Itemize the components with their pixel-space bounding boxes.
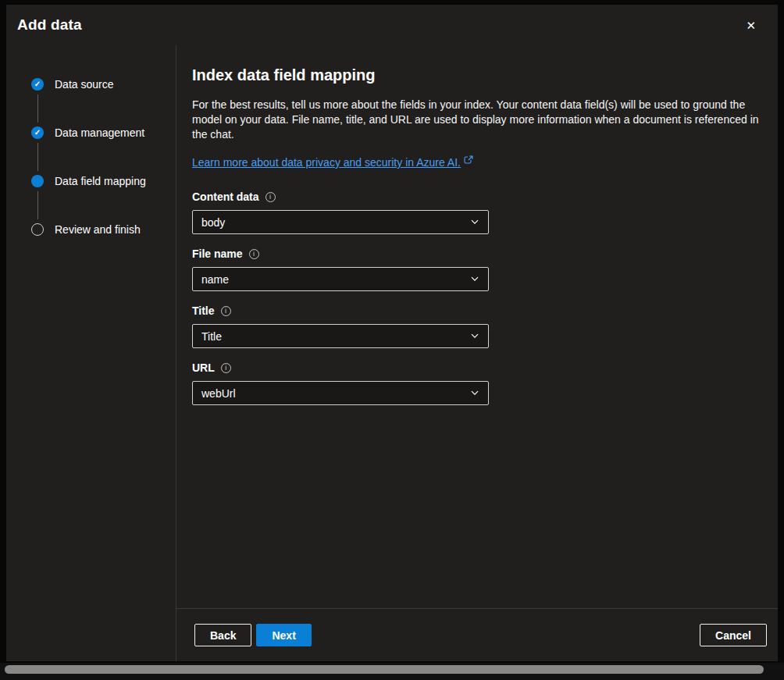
field-label: Content data bbox=[192, 190, 259, 203]
dialog-body: ✓ Data source ✓ Data management Data fie… bbox=[6, 45, 778, 661]
field-label-row: URL i bbox=[192, 361, 767, 374]
title-dropdown[interactable]: Title bbox=[192, 324, 489, 348]
horizontal-scrollbar-track[interactable] bbox=[0, 663, 784, 680]
field-file-name: File name i name bbox=[192, 247, 767, 291]
description-text: For the best results, tell us more about… bbox=[192, 98, 767, 142]
step-review-and-finish[interactable]: Review and finish bbox=[31, 205, 176, 254]
chevron-down-icon bbox=[470, 272, 479, 287]
dialog-title: Add data bbox=[17, 16, 82, 34]
privacy-link-text: Learn more about data privacy and securi… bbox=[192, 156, 461, 169]
dropdown-value: Title bbox=[201, 330, 222, 343]
step-upcoming-icon bbox=[31, 223, 44, 236]
field-label: File name bbox=[192, 247, 243, 260]
cancel-button[interactable]: Cancel bbox=[700, 624, 767, 646]
info-icon[interactable]: i bbox=[221, 306, 231, 316]
step-label: Data source bbox=[55, 78, 113, 91]
step-data-management[interactable]: ✓ Data management bbox=[31, 109, 176, 157]
chevron-down-icon bbox=[470, 215, 479, 230]
page-background: { "dialog": { "title": "Add data" }, "ic… bbox=[0, 0, 784, 680]
info-icon[interactable]: i bbox=[265, 192, 276, 202]
page-title: Index data field mapping bbox=[192, 66, 767, 84]
step-label: Data field mapping bbox=[55, 175, 146, 187]
privacy-link[interactable]: Learn more about data privacy and securi… bbox=[192, 156, 473, 169]
field-label: URL bbox=[192, 361, 215, 374]
content-data-dropdown[interactable]: body bbox=[192, 210, 489, 234]
external-link-icon bbox=[464, 155, 473, 167]
info-icon[interactable]: i bbox=[249, 249, 259, 259]
step-current-icon bbox=[31, 175, 44, 187]
field-label-row: Content data i bbox=[192, 190, 767, 203]
field-url: URL i webUrl bbox=[192, 361, 767, 405]
step-completed-icon: ✓ bbox=[31, 126, 44, 139]
main-content: Index data field mapping For the best re… bbox=[176, 45, 778, 608]
dropdown-value: webUrl bbox=[201, 387, 236, 400]
close-icon: ✕ bbox=[746, 19, 756, 32]
wizard-stepper: ✓ Data source ✓ Data management Data fie… bbox=[6, 45, 176, 661]
dropdown-value: body bbox=[201, 216, 225, 229]
chevron-down-icon bbox=[470, 386, 479, 401]
dialog-footer: Back Next Cancel bbox=[176, 608, 778, 661]
field-label: Title bbox=[192, 304, 215, 317]
next-button[interactable]: Next bbox=[256, 624, 311, 646]
field-title: Title i Title bbox=[192, 304, 767, 348]
step-data-source[interactable]: ✓ Data source bbox=[31, 60, 176, 109]
field-content-data: Content data i body bbox=[192, 190, 767, 234]
dropdown-value: name bbox=[201, 273, 229, 286]
chevron-down-icon bbox=[470, 329, 479, 344]
add-data-dialog: Add data ✕ ✓ Data source ✓ Data manageme… bbox=[6, 5, 778, 661]
info-icon[interactable]: i bbox=[221, 363, 231, 373]
url-dropdown[interactable]: webUrl bbox=[192, 381, 489, 405]
field-label-row: Title i bbox=[192, 304, 767, 317]
step-label: Review and finish bbox=[55, 223, 141, 236]
step-label: Data management bbox=[55, 126, 144, 139]
step-completed-icon: ✓ bbox=[31, 78, 44, 91]
back-button[interactable]: Back bbox=[194, 624, 251, 646]
step-data-field-mapping[interactable]: Data field mapping bbox=[31, 157, 176, 205]
close-button[interactable]: ✕ bbox=[741, 15, 761, 36]
field-label-row: File name i bbox=[192, 247, 767, 260]
horizontal-scrollbar-thumb[interactable] bbox=[5, 665, 764, 674]
main-panel: Index data field mapping For the best re… bbox=[176, 45, 778, 661]
dialog-header: Add data ✕ bbox=[6, 5, 778, 45]
file-name-dropdown[interactable]: name bbox=[192, 267, 489, 291]
